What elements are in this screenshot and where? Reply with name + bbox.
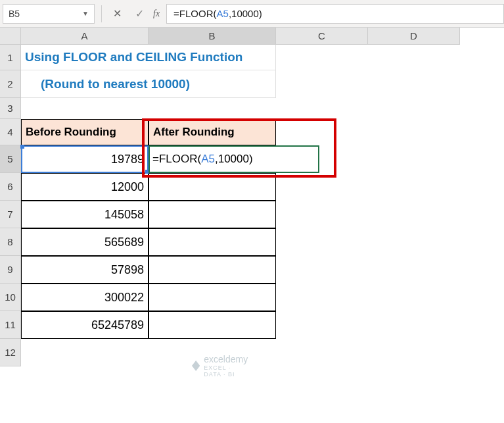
title-line2[interactable]: (Round to nearest 10000) [21,70,276,98]
row-header-3[interactable]: 3 [0,98,21,119]
watermark-logo-icon [192,361,200,371]
fx-icon[interactable]: fx [153,9,160,19]
row-header-9[interactable]: 9 [0,256,21,284]
name-box-value: B5 [9,9,20,19]
row-header-12[interactable]: 12 [0,339,21,366]
header-after-rounding[interactable]: After Rounding [149,119,276,145]
row-headers: 1 2 3 4 5 6 7 8 9 10 11 12 [0,45,21,366]
cell-a11[interactable]: 65245789 [21,311,149,339]
cell-b10[interactable] [149,284,276,311]
col-header-c[interactable]: C [276,28,368,45]
row-header-5[interactable]: 5 [0,145,21,173]
col-header-d[interactable]: D [368,28,460,45]
cancel-formula-button[interactable]: ✕ [106,5,128,23]
row-header-1[interactable]: 1 [0,45,21,70]
inline-formula-prefix: =FLOOR( [152,153,201,166]
cell-b11[interactable] [149,311,276,339]
row-header-7[interactable]: 7 [0,201,21,228]
cell-b5-editing[interactable]: =FLOOR(A5,10000) [149,145,319,173]
formula-bar: B5 ▼ ✕ ✓ fx =FLOOR(A5,10000) [0,0,504,28]
row-header-8[interactable]: 8 [0,228,21,256]
formula-text-ref: A5 [217,8,229,19]
formula-input[interactable]: =FLOOR(A5,10000) [166,4,504,24]
row-header-2[interactable]: 2 [0,70,21,98]
formula-text-prefix: =FLOOR( [173,8,216,19]
cell-a8[interactable]: 565689 [21,228,149,256]
inline-formula-ref: A5 [201,153,215,166]
inline-formula-suffix: ,10000) [215,153,253,166]
row-header-11[interactable]: 11 [0,311,21,339]
row-header-10[interactable]: 10 [0,284,21,311]
cell-a9[interactable]: 57898 [21,256,149,284]
header-before-rounding[interactable]: Before Rounding [21,119,149,145]
formula-text-suffix: ,10000) [229,8,262,19]
row-header-6[interactable]: 6 [0,173,21,201]
enter-formula-button[interactable]: ✓ [128,5,150,23]
cell-b8[interactable] [149,228,276,256]
divider [101,5,102,22]
cell-a5[interactable]: 19789 [21,145,149,173]
cell-b6[interactable] [149,173,276,201]
cell-a6[interactable]: 12000 [21,173,149,201]
title-line1[interactable]: Using FLOOR and CEILING Function [21,45,276,70]
row-header-4[interactable]: 4 [0,119,21,145]
column-headers: A B C D [21,28,460,45]
select-all-corner[interactable] [0,28,21,45]
col-header-a[interactable]: A [21,28,149,45]
name-box[interactable]: B5 ▼ [3,4,95,24]
watermark: exceldemy EXCEL · DATA · BI [192,354,250,378]
col-header-b[interactable]: B [149,28,276,45]
watermark-sub: EXCEL · DATA · BI [204,364,250,378]
cell-b7[interactable] [149,201,276,228]
cell-a7[interactable]: 145058 [21,201,149,228]
watermark-name: exceldemy [204,354,248,364]
cell-b9[interactable] [149,256,276,284]
cell-a10[interactable]: 300022 [21,284,149,311]
chevron-down-icon[interactable]: ▼ [82,10,89,17]
